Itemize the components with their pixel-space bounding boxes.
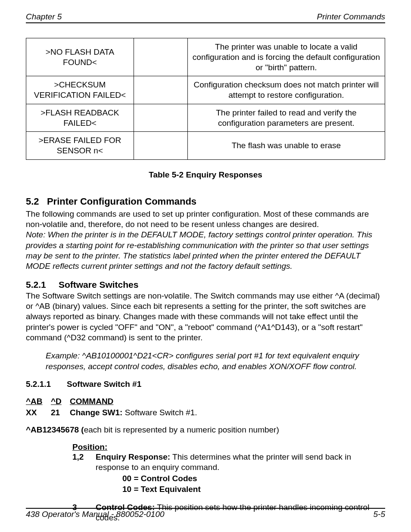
cell-message: >ERASE FAILED FOR SENSOR n< [26,132,134,160]
table-row: >CHECKSUM VERIFICATION FAILED< Configura… [26,76,385,104]
cell-message: >FLASH READBACK FAILED< [26,104,134,132]
enquiry-response-table: >NO FLASH DATA FOUND< The printer was un… [26,38,385,160]
section-title: Software Switches [59,280,139,289]
position-value: 10 = Text Equivalent [122,484,385,495]
section-number: 5.2 [26,196,39,207]
section-5-2-1-body: The Software Switch settings are non-vol… [26,291,385,343]
bits-prefix: ^AB12345678 ( [26,425,84,434]
cell-empty [134,76,187,104]
document-page: Chapter 5 Printer Commands >NO FLASH DAT… [0,0,411,532]
footer-right: 5-5 [374,510,385,519]
table-row: >NO FLASH DATA FOUND< The printer was un… [26,38,385,76]
section-heading-5-2-1-1: 5.2.1.1 Software Switch #1 [26,380,385,389]
cell-empty [134,38,187,76]
col-ab: ^AB [26,397,44,406]
section-title: Software Switch #1 [67,380,141,389]
cell-description: The flash was unable to erase [187,132,385,160]
table-row: >FLASH READBACK FAILED< The printer fail… [26,104,385,132]
table-caption: Table 5-2 Enquiry Responses [26,170,385,180]
section-number: 5.2.1 [26,280,46,289]
example-text: Example: ^AB10100001^D21<CR> configures … [46,351,385,372]
section-title: Printer Configuration Commands [47,196,196,207]
command-value-row: XX 21 Change SW1: Software Switch #1. [26,408,385,417]
col-command: COMMAND [70,397,113,406]
val-ab: XX [26,408,44,417]
bits-description: ^AB12345678 (each bit is represented by … [26,425,385,435]
cell-description: The printer was unable to locate a valid… [187,38,385,76]
position-value: 00 = Control Codes [122,473,385,484]
page-header: Chapter 5 Printer Commands [26,12,385,23]
header-left: Chapter 5 [26,12,62,22]
page-footer: 438 Operator's Manual - 880052-0100 5-5 [26,508,385,519]
section-5-2-body: The following commands are used to set u… [26,209,385,272]
cell-message: >NO FLASH DATA FOUND< [26,38,134,76]
position-number: 1,2 [72,452,87,473]
val-d: 21 [51,408,63,417]
position-values: 00 = Control Codes 10 = Text Equivalent [122,473,385,495]
header-right: Printer Commands [317,12,385,22]
section-heading-5-2-1: 5.2.1 Software Switches [26,280,385,290]
table-row: >ERASE FAILED FOR SENSOR n< The flash wa… [26,132,385,160]
cell-description: Configuration checksum does not match pr… [187,76,385,104]
cell-message: >CHECKSUM VERIFICATION FAILED< [26,76,134,104]
command-header-row: ^AB ^D COMMAND [26,397,385,406]
cell-description: The printer failed to read and verify th… [187,104,385,132]
cell-empty [134,132,187,160]
note-text: Note: When the printer is in the DEFAULT… [26,230,372,271]
position-label: Enquiry Response: [96,452,170,461]
position-text: Enquiry Response: This determines what t… [96,452,385,473]
position-heading: Position: [72,442,385,452]
val-command: Change SW1: Software Switch #1. [70,408,197,417]
section-heading-5-2: 5.2 Printer Configuration Commands [26,196,385,207]
cell-empty [134,104,187,132]
footer-left: 438 Operator's Manual - 880052-0100 [26,510,165,519]
body-text: The following commands are used to set u… [26,209,369,229]
bits-text: each bit is represented by a numeric pos… [84,425,279,434]
col-d: ^D [51,397,63,406]
command-name: Change SW1: [70,408,122,417]
command-desc: Software Switch #1. [122,408,197,417]
position-item: 1,2 Enquiry Response: This determines wh… [72,452,385,473]
section-number: 5.2.1.1 [26,380,51,389]
